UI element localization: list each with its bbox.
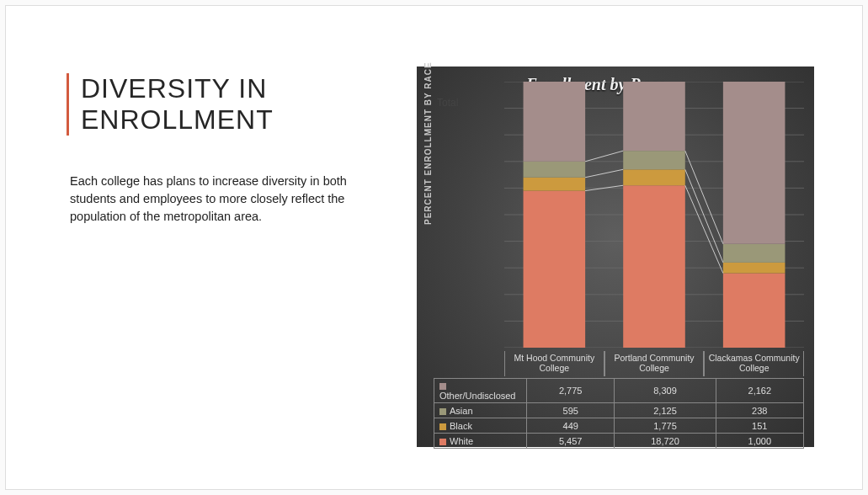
bar-segment: [723, 274, 785, 348]
table-cell: 151: [716, 418, 803, 434]
table-cell: 2,775: [527, 379, 615, 403]
table-row: Other/Undisclosed2,7758,3092,162: [434, 379, 804, 403]
category-label: Clackamas Community College: [704, 351, 804, 376]
category-labels: Mt Hood Community CollegePortland Commun…: [504, 351, 804, 376]
table-cell: 2,162: [716, 379, 803, 403]
y-axis-label: PERCENT ENROLLMENT BY RACE: [423, 61, 433, 225]
row-header: Asian: [434, 403, 527, 418]
legend-swatch: [439, 408, 446, 415]
category-label: Mt Hood Community College: [504, 351, 604, 376]
table-cell: 1,000: [716, 434, 803, 449]
title-block: DIVERSITY IN ENROLLMENT: [67, 73, 378, 136]
bar-segment: [524, 178, 586, 191]
table-row: Black4491,775151: [434, 418, 804, 434]
legend-swatch: [439, 439, 446, 445]
svg-line-26: [685, 169, 723, 263]
legend-swatch: [439, 423, 446, 430]
description-text: Each college has plans to increase diver…: [70, 173, 390, 226]
bar-segment: [723, 263, 785, 274]
chart-data-table: Other/Undisclosed2,7758,3092,162Asian595…: [434, 378, 804, 449]
bar-segment: [623, 185, 685, 348]
table-cell: 5,457: [527, 434, 615, 449]
row-header: Other/Undisclosed: [434, 379, 527, 403]
table-row: White5,45718,7201,000: [434, 434, 804, 449]
table-cell: 595: [527, 403, 615, 418]
table-row: Asian5952,125238: [434, 403, 804, 418]
legend-swatch: [439, 383, 446, 390]
chart-container: Enrollment by Race Total PERCENT ENROLLM…: [417, 67, 814, 447]
svg-line-23: [585, 169, 623, 177]
table-cell: 18,720: [615, 434, 716, 449]
bar-segment: [524, 82, 586, 162]
bar-segment: [524, 162, 586, 178]
stacked-bars: [524, 82, 785, 348]
svg-line-24: [585, 151, 623, 162]
page-title: DIVERSITY IN ENROLLMENT: [81, 73, 378, 136]
bar-segment: [723, 244, 785, 263]
bar-segment: [723, 82, 785, 244]
table-cell: 238: [716, 403, 803, 418]
chart-plot: 0%10%20%30%40%50%60%70%80%90%100%: [504, 82, 804, 348]
bar-segment: [623, 151, 685, 169]
table-cell: 449: [527, 418, 615, 434]
table-cell: 8,309: [615, 379, 716, 403]
total-label: Total: [437, 97, 458, 109]
bar-segment: [623, 82, 685, 151]
table-cell: 1,775: [615, 418, 716, 434]
slide: DIVERSITY IN ENROLLMENT Each college has…: [5, 5, 863, 490]
row-header: White: [434, 434, 527, 449]
table-cell: 2,125: [615, 403, 716, 418]
bar-segment: [623, 169, 685, 185]
category-label: Portland Community College: [604, 351, 705, 376]
bar-segment: [524, 191, 586, 348]
row-header: Black: [434, 418, 527, 434]
